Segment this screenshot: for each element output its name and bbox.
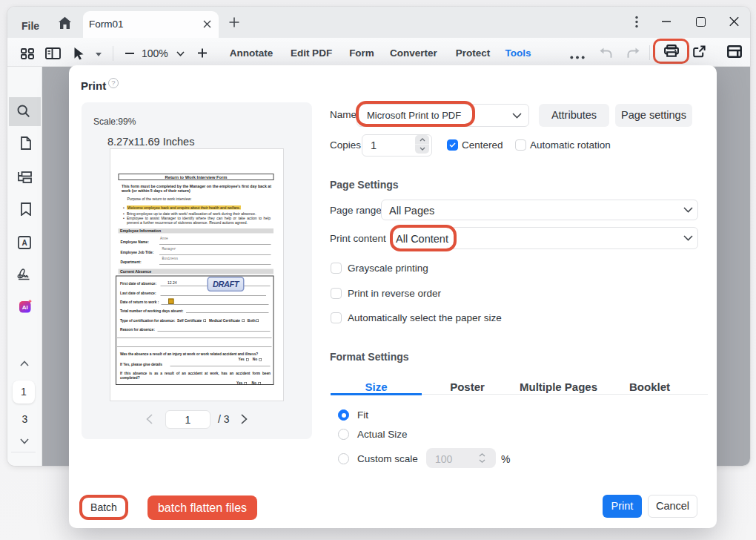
svg-text:A: A xyxy=(21,239,27,247)
svg-text:AI: AI xyxy=(22,304,28,311)
